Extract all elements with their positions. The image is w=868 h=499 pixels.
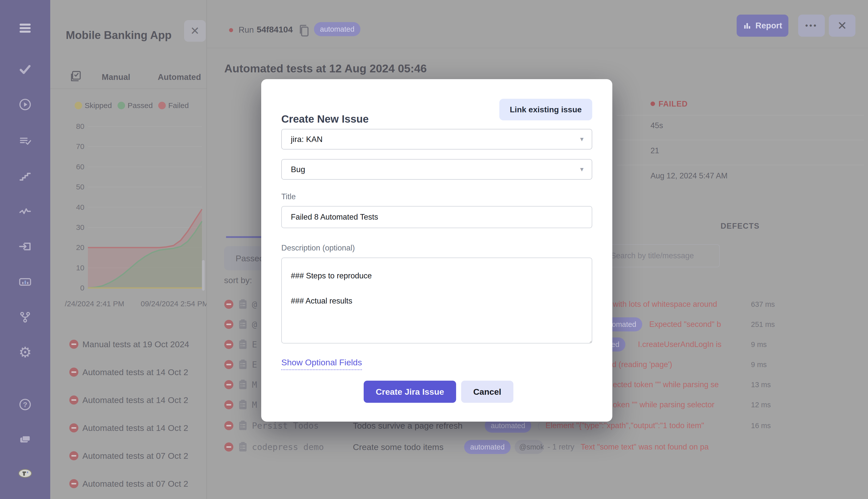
defects-search-input[interactable]	[605, 245, 719, 267]
show-optional-fields-link[interactable]: Show Optional Fields	[281, 357, 362, 370]
failed-dot	[158, 102, 166, 109]
retry-label: - 1 retry	[547, 437, 574, 457]
steps-icon[interactable]	[18, 169, 32, 183]
duration: 637 ms	[751, 294, 775, 314]
clipboard-icon	[238, 339, 248, 351]
close-run-button[interactable]: ✕	[829, 15, 855, 37]
sidebar: ⚙ ?	[0, 0, 50, 499]
skipped-dot	[75, 102, 82, 109]
project-select-value: jira: KAN	[291, 135, 322, 144]
description-label: Description (optional)	[281, 243, 355, 253]
app-logo[interactable]	[18, 466, 32, 480]
project-select[interactable]: jira: KAN ▼	[281, 129, 592, 149]
create-issue-modal: Create New Issue Link existing issue jir…	[261, 79, 612, 422]
create-jira-issue-button[interactable]: Create Jira Issue	[364, 381, 456, 403]
svg-text:60: 60	[76, 162, 84, 171]
divider	[617, 140, 864, 140]
run-list-item[interactable]: Automated tests at 14 Oct 2	[50, 363, 207, 381]
svg-text:?: ?	[23, 401, 27, 409]
divider	[617, 115, 864, 115]
report-button-label: Report	[756, 21, 782, 31]
report-button[interactable]: Report	[737, 15, 789, 37]
defects-search	[605, 244, 720, 267]
failed-test-icon	[224, 421, 233, 430]
chevron-down-icon: ▼	[579, 130, 585, 149]
panel-scrollbar[interactable]	[202, 260, 205, 291]
run-list-item[interactable]: Automated tests at 14 Oct 2	[50, 419, 207, 437]
run-list-item[interactable]: Automated tests at 07 Oct 2	[50, 475, 207, 493]
legend-label: Failed	[168, 101, 189, 110]
import-icon[interactable]	[18, 240, 32, 254]
suite-name: E	[252, 335, 257, 354]
failed-run-icon	[69, 423, 78, 433]
failed-test-icon	[224, 300, 233, 309]
run-list-item-label: Automated tests at 14 Oct 2	[82, 363, 188, 381]
run-heading: Automated tests at 12 Aug 2024 05:46	[224, 62, 427, 75]
automated-badge: automated	[464, 440, 511, 454]
more-actions-button[interactable]: •••	[798, 15, 825, 37]
passed-dot	[117, 102, 125, 109]
cancel-button[interactable]: Cancel	[461, 381, 513, 403]
suite-name: M	[252, 395, 257, 415]
run-list-item[interactable]: Automated tests at 07 Oct 2	[50, 447, 207, 465]
error-message: Text "some text" was not found on pa	[581, 437, 709, 457]
close-project-panel-button[interactable]: ✕	[184, 20, 206, 42]
error-message: with lots of whitespace around	[613, 294, 717, 314]
description-textarea[interactable]: ### Steps to reproduce ### Actual result…	[281, 257, 592, 343]
test-runs-icon	[69, 70, 82, 84]
topbar-divider	[207, 48, 868, 48]
menu-icon[interactable]	[18, 21, 32, 35]
error-message: ected token "" while parsing se	[613, 375, 719, 394]
report-chart-icon[interactable]	[18, 275, 32, 289]
failed-run-icon	[69, 451, 78, 460]
bar-chart-icon	[743, 21, 752, 30]
error-message: oken "" while parsing selector	[613, 395, 715, 415]
clipboard-icon	[238, 359, 248, 371]
automated-badge: automated	[314, 22, 360, 36]
divider	[617, 165, 864, 165]
tab-manual[interactable]: Manual	[102, 72, 131, 82]
svg-text:30: 30	[76, 223, 84, 231]
clipboard-icon	[238, 420, 248, 432]
run-id: 54f84104	[257, 25, 293, 34]
suite-name: M	[252, 375, 257, 394]
duration: 251 ms	[751, 315, 775, 334]
title-label: Title	[281, 192, 296, 201]
link-existing-issue-button[interactable]: Link existing issue	[499, 99, 592, 120]
play-circle-icon[interactable]	[18, 97, 32, 112]
issue-type-select[interactable]: Bug ▼	[281, 159, 592, 180]
run-list-item[interactable]: Manual tests at 19 Oct 2024	[50, 335, 207, 353]
chevron-down-icon: ▼	[579, 160, 585, 179]
failed-test-icon	[224, 380, 233, 389]
failed-test-icon	[224, 400, 233, 409]
failed-status-dot	[650, 101, 655, 106]
duration: 13 ms	[751, 375, 771, 394]
issue-type-select-value: Bug	[291, 165, 305, 174]
run-status: FAILED	[658, 99, 688, 109]
duration: 16 ms	[751, 416, 771, 436]
svg-text:10: 10	[76, 264, 84, 272]
projects-icon[interactable]	[18, 432, 32, 446]
help-icon[interactable]: ?	[18, 398, 32, 412]
suite-name: codepress demo	[252, 437, 324, 457]
pulse-icon[interactable]	[18, 204, 32, 218]
failed-test-icon	[224, 360, 233, 369]
check-icon[interactable]	[18, 62, 32, 76]
tab-automated[interactable]: Automated	[158, 72, 201, 82]
run-list-item[interactable]: Automated tests at 14 Oct 2	[50, 391, 207, 409]
test-list-icon[interactable]	[18, 134, 32, 148]
copy-icon[interactable]	[297, 24, 310, 39]
defects-title: DEFECTS	[612, 222, 868, 231]
issue-title-input[interactable]	[281, 206, 592, 228]
svg-text:50: 50	[76, 183, 84, 191]
failed-run-icon	[69, 368, 78, 377]
gear-icon[interactable]: ⚙	[18, 345, 32, 359]
svg-text:40: 40	[76, 203, 84, 211]
suite-name: @	[252, 294, 257, 314]
error-message: Expected "second" b	[649, 315, 721, 334]
branch-icon[interactable]	[18, 310, 32, 324]
run-list-item-label: Automated tests at 14 Oct 2	[82, 419, 188, 437]
suite-name: @	[252, 315, 257, 334]
duration: 9 ms	[751, 355, 767, 374]
svg-text:0: 0	[80, 284, 84, 292]
